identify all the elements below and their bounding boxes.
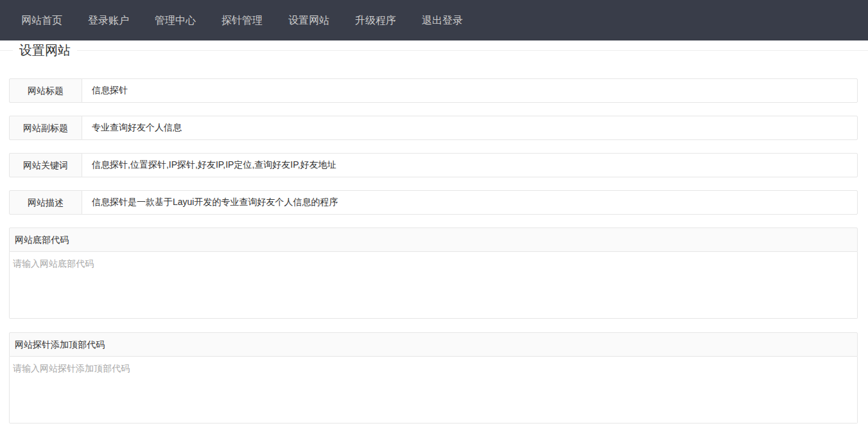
site-description-label: 网站描述 (9, 190, 82, 215)
footer-code-textarea[interactable] (9, 252, 858, 319)
site-title-input[interactable] (82, 78, 858, 103)
probe-head-code-label: 网站探针添加顶部代码 (9, 332, 858, 357)
nav-item-login-account[interactable]: 登录账户 (75, 0, 142, 40)
nav-item-site-home[interactable]: 网站首页 (8, 0, 75, 40)
site-title-label: 网站标题 (9, 78, 82, 103)
form-row-site-keywords: 网站关键词 (9, 153, 858, 177)
site-keywords-label: 网站关键词 (9, 153, 82, 177)
form-row-site-title: 网站标题 (9, 78, 858, 103)
probe-head-code-textarea[interactable] (9, 357, 858, 424)
nav-item-probe-management[interactable]: 探针管理 (209, 0, 275, 40)
nav-item-admin-center[interactable]: 管理中心 (142, 0, 209, 40)
form-row-site-description: 网站描述 (9, 190, 858, 215)
site-subtitle-input[interactable] (82, 116, 858, 140)
site-subtitle-label: 网站副标题 (9, 116, 82, 140)
site-settings-form: 网站标题 网站副标题 网站关键词 网站描述 网站底部代码 网站探针添加顶部代码 (9, 78, 858, 424)
site-description-input[interactable] (82, 190, 858, 215)
nav-item-logout[interactable]: 退出登录 (409, 0, 476, 40)
settings-section-divider: 设置网站 (0, 42, 868, 59)
nav-item-upgrade-program[interactable]: 升级程序 (342, 0, 409, 40)
nav-item-site-settings[interactable]: 设置网站 (275, 0, 342, 40)
top-navbar: 网站首页 登录账户 管理中心 探针管理 设置网站 升级程序 退出登录 (0, 0, 868, 40)
site-keywords-input[interactable] (82, 153, 858, 177)
page-title: 设置网站 (13, 42, 77, 59)
form-row-site-subtitle: 网站副标题 (9, 116, 858, 140)
footer-code-label: 网站底部代码 (9, 227, 858, 252)
footer-code-block: 网站底部代码 (9, 227, 858, 319)
probe-head-code-block: 网站探针添加顶部代码 (9, 332, 858, 424)
